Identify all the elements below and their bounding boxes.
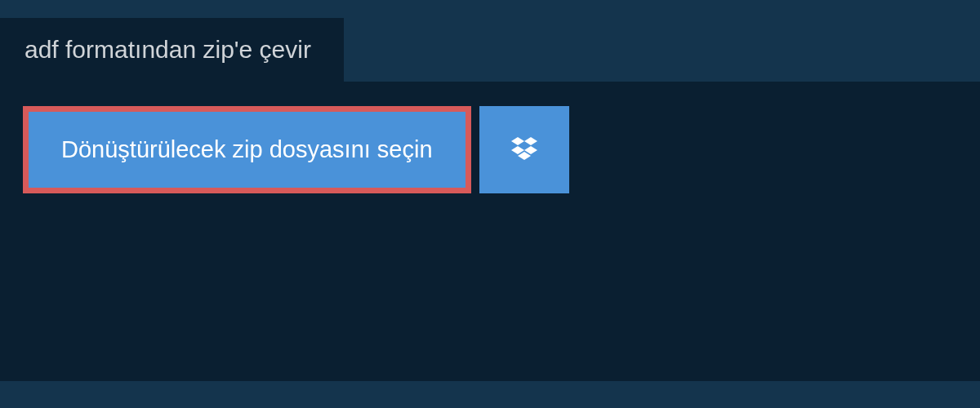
conversion-tab-label: adf formatından zip'e çevir — [24, 36, 311, 63]
file-selection-row: Dönüştürülecek zip dosyasını seçin — [23, 106, 957, 193]
select-file-button-label: Dönüştürülecek zip dosyasını seçin — [61, 136, 433, 163]
file-selection-panel: Dönüştürülecek zip dosyasını seçin — [0, 82, 980, 218]
dropbox-button[interactable] — [479, 106, 569, 193]
conversion-tab-header: adf formatından zip'e çevir — [0, 18, 344, 82]
dropbox-icon — [508, 134, 541, 166]
bottom-spacer — [0, 218, 980, 381]
select-file-button[interactable]: Dönüştürülecek zip dosyasını seçin — [23, 106, 471, 193]
